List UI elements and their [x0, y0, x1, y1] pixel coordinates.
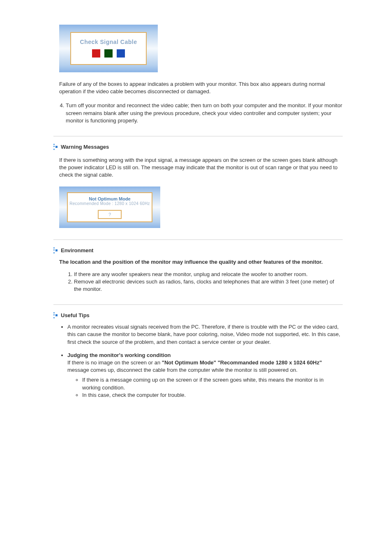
- warning-heading-text: Warning Messages: [61, 144, 109, 150]
- environment-list: If there are any woofer speakers near th…: [66, 271, 343, 293]
- not-optimum-line2: Recommended Mode : 1280 x 1024 60Hz: [69, 201, 151, 206]
- check-signal-text: Check Signal Cable: [74, 39, 143, 45]
- tip2-post: message comes up, disconnect the cable f…: [67, 367, 297, 373]
- arrow-dots-icon: [53, 247, 58, 253]
- tip-item-1: A monitor recreates visual signals recei…: [67, 323, 343, 346]
- step-4: Turn off your monitor and reconnect the …: [66, 102, 343, 124]
- divider-3: [53, 304, 343, 305]
- check-signal-inner: Check Signal Cable: [70, 32, 147, 65]
- blue-square: [117, 49, 125, 58]
- environment-intro: The location and the position of the mon…: [59, 258, 343, 266]
- rgb-squares: [74, 49, 143, 58]
- divider-2: [53, 240, 343, 240]
- tips-heading-text: Useful Tips: [61, 312, 90, 318]
- failure-paragraph: Failure of any of the boxes to appear in…: [59, 81, 343, 95]
- tip-item-2: Judging the monitor's working condition …: [67, 352, 343, 399]
- not-optimum-line1: Not Optimum Mode: [69, 196, 151, 201]
- tips-list: A monitor recreates visual signals recei…: [59, 323, 343, 399]
- warning-heading: Warning Messages: [53, 144, 343, 150]
- tip2-sublist: If there is a message coming up on the s…: [75, 376, 343, 399]
- divider-1: [53, 136, 343, 136]
- tips-heading: Useful Tips: [53, 312, 343, 318]
- tip2-sub1: If there is a message coming up on the s…: [82, 376, 343, 391]
- red-square: [92, 49, 100, 58]
- arrow-dots-icon: [53, 312, 58, 318]
- green-square: [104, 49, 113, 58]
- arrow-dots-icon: [53, 144, 58, 150]
- env-item-2: Remove all electronic devices such as ra…: [74, 278, 343, 293]
- tip2-title: Judging the monitor's working condition: [67, 352, 171, 358]
- question-button: ?: [98, 210, 122, 219]
- env-item-1: If there are any woofer speakers near th…: [74, 271, 343, 278]
- environment-heading-text: Environment: [61, 247, 93, 253]
- not-optimum-screenshot: Not Optimum Mode Recommended Mode : 1280…: [59, 187, 160, 228]
- procedure-list: Turn off your monitor and reconnect the …: [53, 102, 343, 124]
- not-optimum-inner: Not Optimum Mode Recommended Mode : 1280…: [67, 192, 152, 222]
- environment-heading: Environment: [53, 247, 343, 253]
- check-signal-screenshot: Check Signal Cable: [59, 25, 158, 72]
- tip2-quote: "Not Optimum Mode" "Recommanded mode 128…: [162, 359, 322, 366]
- tip2-sub2: In this case, check the computer for tro…: [82, 391, 343, 399]
- tip2-pre: If there is no image on the screen or an: [67, 359, 162, 366]
- warning-body: If there is something wrong with the inp…: [59, 157, 343, 179]
